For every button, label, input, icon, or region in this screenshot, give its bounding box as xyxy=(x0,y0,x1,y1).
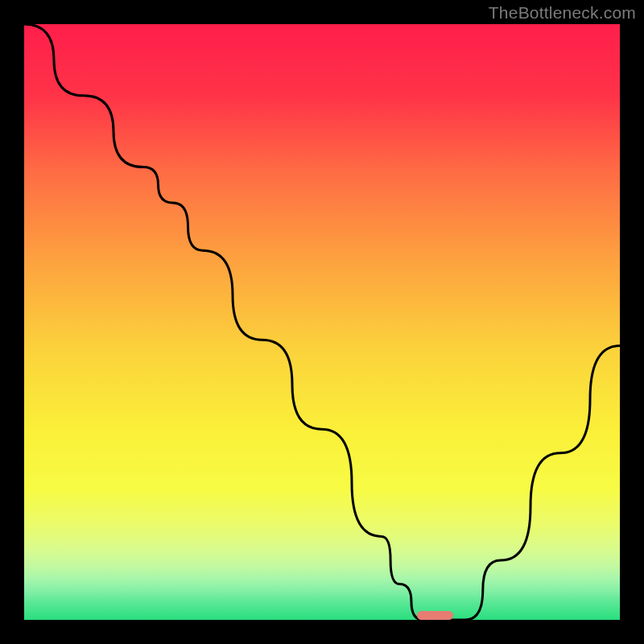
bottleneck-curve xyxy=(24,24,620,620)
plot-area xyxy=(24,24,620,620)
watermark-text: TheBottleneck.com xyxy=(489,3,636,23)
chart-frame: TheBottleneck.com xyxy=(0,0,644,644)
curve-path xyxy=(24,24,620,620)
optimal-marker xyxy=(417,611,452,620)
